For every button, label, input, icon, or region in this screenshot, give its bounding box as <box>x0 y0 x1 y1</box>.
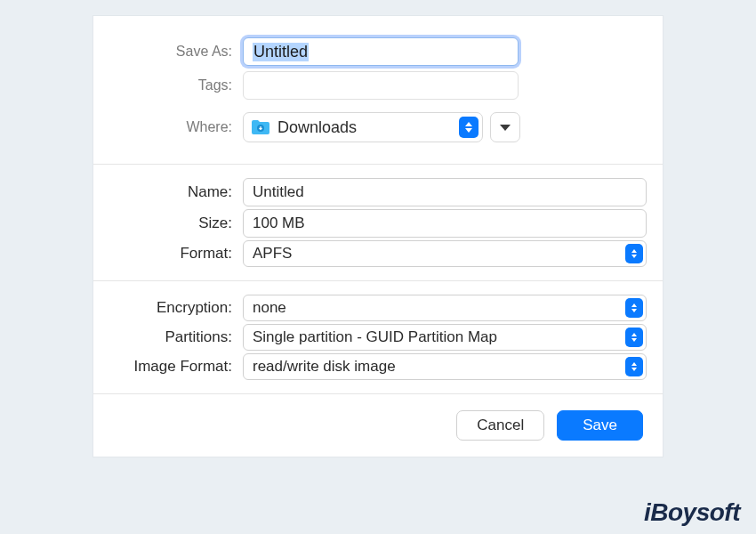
encryption-value: none <box>253 299 286 317</box>
expand-directory-button[interactable] <box>490 112 520 142</box>
encryption-select[interactable]: none <box>243 295 647 321</box>
save-location-section: Save As: Untitled Tags: Where: <box>93 16 663 164</box>
size-row: Size: <box>109 209 647 238</box>
name-row: Name: <box>109 178 647 206</box>
where-dropdown[interactable]: Downloads <box>243 112 483 142</box>
size-input[interactable] <box>243 209 647 238</box>
partitions-value: Single partition - GUID Partition Map <box>253 328 497 346</box>
updown-arrows-icon <box>625 244 643 263</box>
image-format-select[interactable]: read/write disk image <box>243 353 647 380</box>
folder-downloads-icon <box>251 119 270 135</box>
save-dialog: Save As: Untitled Tags: Where: <box>93 16 663 457</box>
save-as-row: Save As: Untitled <box>109 37 647 66</box>
partitions-select[interactable]: Single partition - GUID Partition Map <box>243 324 647 351</box>
save-as-label: Save As: <box>109 44 234 60</box>
name-label: Name: <box>109 183 234 201</box>
where-value: Downloads <box>277 118 357 137</box>
cancel-button[interactable]: Cancel <box>456 410 544 441</box>
save-as-value: Untitled <box>253 43 309 61</box>
format-select[interactable]: APFS <box>243 240 647 267</box>
tags-label: Tags: <box>109 77 234 93</box>
name-input[interactable] <box>243 178 647 206</box>
where-label: Where: <box>109 119 234 135</box>
image-format-label: Image Format: <box>109 358 234 376</box>
image-settings-section: Name: Size: Format: APFS <box>93 165 663 280</box>
watermark-logo: iBoysoft <box>644 498 740 527</box>
format-row: Format: APFS <box>109 240 647 267</box>
format-value: APFS <box>253 245 292 263</box>
updown-arrows-icon <box>625 328 643 347</box>
dialog-footer: Cancel Save <box>93 394 663 457</box>
encryption-label: Encryption: <box>109 299 234 317</box>
save-button[interactable]: Save <box>557 410 643 441</box>
image-format-row: Image Format: read/write disk image <box>109 353 647 380</box>
chevron-down-icon <box>500 125 511 131</box>
image-format-value: read/write disk image <box>253 358 396 376</box>
where-row: Where: Downloads <box>109 112 647 142</box>
format-label: Format: <box>109 245 234 263</box>
tags-row: Tags: <box>109 71 647 100</box>
size-label: Size: <box>109 214 234 232</box>
updown-arrows-icon <box>625 298 643 318</box>
advanced-settings-section: Encryption: none Partitions: Single part… <box>93 281 663 393</box>
save-as-input[interactable]: Untitled <box>243 37 519 66</box>
encryption-row: Encryption: none <box>109 295 647 321</box>
partitions-row: Partitions: Single partition - GUID Part… <box>109 324 647 351</box>
tags-input[interactable] <box>243 71 519 100</box>
updown-arrows-icon <box>459 117 479 138</box>
partitions-label: Partitions: <box>109 328 234 346</box>
updown-arrows-icon <box>625 357 643 376</box>
